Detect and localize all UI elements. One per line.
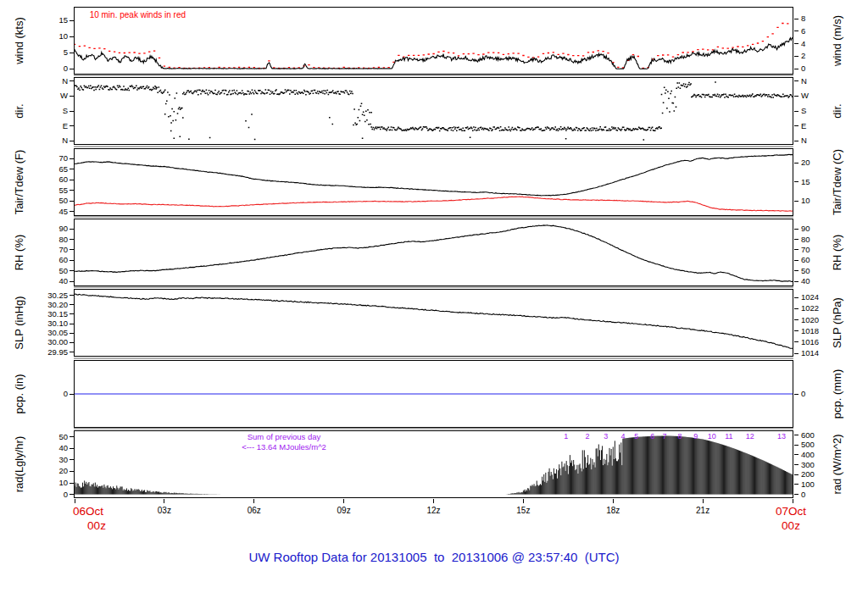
dir-series	[75, 78, 793, 144]
x-tick-mark	[433, 499, 434, 503]
pcp-series	[75, 361, 793, 427]
panel-slp	[74, 289, 793, 357]
tick-label: 20	[31, 467, 68, 475]
tick-label: 70	[31, 246, 68, 254]
marker-label: 13	[775, 433, 788, 441]
marker-label: 5	[630, 433, 643, 441]
x-tick-mark	[703, 499, 704, 503]
marker-label: 3	[599, 433, 613, 441]
tick-mark	[70, 313, 74, 314]
temp-series	[75, 149, 793, 215]
x-tick-mark	[523, 499, 524, 503]
x-tick-label: 21z	[686, 506, 720, 515]
panel-dir	[74, 77, 793, 145]
panel-pcp	[74, 360, 793, 428]
tick-mark	[794, 19, 798, 19]
axis-title-left-rh: RH (%)	[13, 235, 25, 271]
tick-label: W	[31, 91, 68, 100]
tick-label: 0	[31, 490, 68, 499]
tick-mark	[70, 394, 74, 395]
tick-label: 29.95	[31, 348, 68, 357]
marker-label: 1	[559, 433, 573, 441]
tick-mark	[70, 436, 74, 437]
tick-mark	[794, 239, 798, 240]
tick-mark	[70, 125, 74, 126]
x-tick-mark	[613, 499, 614, 503]
tick-label: 60	[31, 175, 68, 184]
tick-label: N	[31, 136, 68, 145]
tick-mark	[794, 249, 798, 250]
tick-mark	[794, 484, 798, 485]
tick-mark	[70, 229, 74, 230]
tick-mark	[70, 201, 74, 202]
slp-series	[75, 290, 793, 356]
tick-mark	[794, 96, 798, 97]
tick-mark	[794, 353, 798, 354]
marker-label: 4	[616, 433, 630, 441]
panel-temp	[74, 148, 793, 216]
tick-label: 40	[801, 277, 838, 285]
tick-label: 30.10	[31, 319, 68, 328]
panel-separator	[74, 75, 793, 76]
x-tick-label: 15z	[506, 506, 540, 515]
tick-mark	[70, 249, 74, 250]
tick-label: 15	[31, 16, 68, 25]
tick-label: N	[801, 136, 838, 145]
tick-mark	[70, 69, 74, 69]
tick-mark	[70, 281, 74, 282]
tick-label: E	[31, 122, 68, 130]
tick-mark	[70, 211, 74, 212]
panel-separator	[74, 286, 793, 288]
panel-separator	[74, 216, 793, 218]
tick-mark	[794, 163, 798, 163]
tick-label: 40	[31, 444, 68, 452]
tick-mark	[70, 169, 74, 169]
marker-label: 12	[743, 433, 757, 441]
tick-label: 30.05	[31, 329, 68, 337]
axis-title-left-wind: wind (kts)	[13, 17, 25, 64]
tick-label: 30.00	[31, 338, 68, 346]
panel-separator	[74, 428, 793, 430]
tick-mark	[794, 69, 798, 69]
tick-label: 50	[31, 197, 68, 205]
marker-label: 2	[581, 433, 594, 441]
tick-label: 55	[31, 186, 68, 195]
tick-label: W	[801, 91, 838, 100]
tick-mark	[70, 471, 74, 472]
tick-mark	[794, 319, 798, 320]
tick-mark	[794, 474, 798, 475]
x-tick-mark	[75, 499, 75, 503]
tick-mark	[70, 141, 74, 141]
axis-title-right-rad: rad (W/m^2)	[831, 434, 843, 494]
axis-title-right-dir: dir.	[831, 103, 843, 118]
chart-canvas: 05101502468wind (kts)wind (m/s)10 min. p…	[0, 0, 868, 593]
tick-label: 90	[801, 224, 838, 233]
date-label-end: 07Oct	[765, 505, 816, 518]
tick-mark	[70, 295, 74, 296]
tick-mark	[794, 394, 798, 395]
axis-title-right-wind: wind (m/s)	[831, 15, 843, 66]
tick-label: 0	[31, 390, 68, 398]
tick-mark	[794, 281, 798, 282]
tick-mark	[70, 96, 74, 97]
tick-mark	[794, 494, 798, 495]
tick-mark	[794, 341, 798, 342]
tick-label: 60	[31, 256, 68, 264]
tick-mark	[70, 270, 74, 271]
tick-label: 1014	[801, 349, 838, 357]
tick-mark	[794, 201, 798, 202]
page-title: UW Rooftop Data for 20131005 to 20131006…	[0, 550, 868, 564]
tick-label: 45	[31, 208, 68, 216]
tick-mark	[794, 43, 798, 44]
tick-mark	[70, 304, 74, 305]
x-tick-label: 03z	[147, 506, 181, 515]
tick-label: 10	[31, 479, 68, 487]
axis-title-left-pcp: pcp. (in)	[13, 374, 25, 414]
tick-mark	[794, 435, 798, 435]
tick-mark	[794, 229, 798, 230]
tick-label: S	[31, 107, 68, 115]
tick-mark	[70, 352, 74, 352]
tick-label: N	[801, 77, 838, 86]
x-tick-mark	[793, 499, 793, 503]
x-tick-label: 09z	[327, 506, 361, 515]
